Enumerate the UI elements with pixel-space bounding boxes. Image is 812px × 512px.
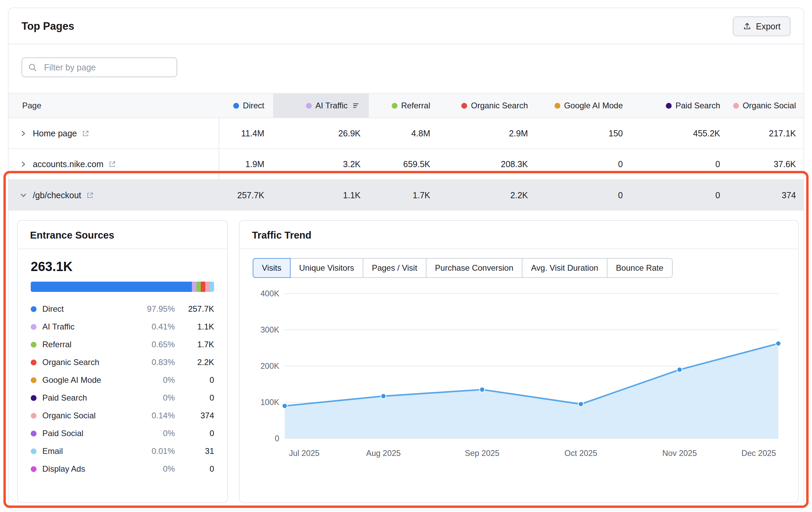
metric-value: 455.2K [623,118,720,148]
svg-text:0: 0 [275,434,279,443]
svg-text:200K: 200K [261,362,279,370]
column-header-referral[interactable]: Referral [361,94,430,118]
bar-segment-organic-search [201,282,205,292]
tab-pages-visit[interactable]: Pages / Visit [363,258,426,278]
legend-label: Email [42,446,132,456]
expanded-row-details: Entrance Sources 263.1K Direct97.95%257.… [9,211,803,503]
column-header-label: Google AI Mode [564,101,623,110]
legend-value: 0 [175,429,214,438]
channel-dot [555,103,560,109]
channel-dot [31,306,37,312]
column-header-label: Direct [243,101,264,110]
export-button[interactable]: Export [733,16,790,36]
channel-dot [31,360,37,365]
traffic-trend-card: Traffic Trend VisitsUnique VisitorsPages… [239,220,799,503]
tab-bounce-rate[interactable]: Bounce Rate [607,258,673,278]
column-header-label: AI Traffic [316,101,348,110]
channel-dot [31,395,37,401]
legend-value: 1.7K [175,340,214,349]
svg-text:400K: 400K [261,289,279,298]
channel-dot [666,103,672,109]
svg-text:Aug 2025: Aug 2025 [366,449,401,458]
legend-value: 1.1K [175,322,214,332]
column-header-organic-social[interactable]: Organic Social [720,94,796,118]
data-point [677,367,682,372]
traffic-trend-title: Traffic Trend [240,221,798,249]
external-link-icon[interactable] [108,160,116,168]
external-link-icon[interactable] [82,130,89,137]
channel-dot [306,103,312,109]
channel-dot [31,431,37,436]
data-point [578,402,584,407]
legend-percent: 0.01% [132,446,175,456]
metric-value: 0 [528,180,623,211]
metric-value: 3.2K [264,149,361,179]
column-header-ai-traffic[interactable]: AI Traffic [273,94,369,118]
row-expand-toggle[interactable] [19,130,28,137]
legend-label: Google AI Mode [42,375,132,385]
legend-item: Display Ads0%0 [31,460,214,478]
export-label: Export [756,22,781,31]
column-header-label: Organic Search [471,101,528,110]
page-cell: /gb/checkout [9,180,219,211]
channel-dot [31,466,37,472]
legend-label: AI Traffic [42,322,132,332]
channel-dot [31,413,37,419]
metric-value: 374 [720,180,796,211]
column-header-page[interactable]: Page [9,94,219,118]
tab-visits[interactable]: Visits [253,258,291,278]
svg-text:Jul 2025: Jul 2025 [289,449,320,458]
entrance-total: 263.1K [31,259,214,274]
page-link[interactable]: accounts.nike.com [33,159,103,169]
channel-dot [31,324,37,330]
search-icon [28,63,37,72]
legend-label: Referral [42,340,132,349]
legend-percent: 0.83% [132,358,175,367]
svg-text:Sep 2025: Sep 2025 [465,449,499,458]
toolbar [9,44,803,93]
data-point [776,341,781,346]
column-header-paid-search[interactable]: Paid Search [623,94,720,118]
column-header-organic-search[interactable]: Organic Search [430,94,528,118]
legend-label: Paid Social [42,429,132,438]
row-expand-toggle[interactable] [19,160,28,168]
metric-value: 0 [528,149,623,179]
row-expand-toggle[interactable] [19,191,28,199]
page-link[interactable]: Home page [33,129,77,138]
metric-value: 0 [623,149,720,179]
data-point [480,387,485,392]
svg-text:Dec 2025: Dec 2025 [741,449,776,458]
column-header-google-ai-mode[interactable]: Google AI Mode [528,94,623,118]
tab-avg-visit-duration[interactable]: Avg. Visit Duration [522,258,607,278]
filter-input[interactable] [22,57,177,77]
tab-unique-visitors[interactable]: Unique Visitors [290,258,363,278]
legend-item: Referral0.65%1.7K [31,336,214,353]
tab-purchase-conversion[interactable]: Purchase Conversion [426,258,522,278]
data-point [282,403,287,408]
traffic-trend-svg: 0100K200K300K400KJul 2025Aug 2025Sep 202… [253,287,785,463]
external-link-icon[interactable] [86,191,94,199]
entrance-sources-title: Entrance Sources [18,221,227,249]
column-header-direct[interactable]: Direct [219,94,264,118]
table-row: /gb/checkout257.7K1.1K1.7K2.2K00374 [9,180,803,211]
channel-dot [31,377,37,383]
entrance-sources-card: Entrance Sources 263.1K Direct97.95%257.… [17,220,228,503]
legend-item: Organic Search0.83%2.2K [31,353,214,371]
data-point [381,394,386,399]
channel-dot [31,342,37,348]
card-header: Top Pages Export [9,8,803,44]
legend-item: Paid Search0%0 [31,389,214,407]
page-link[interactable]: /gb/checkout [33,190,81,200]
metric-value: 2.2K [430,180,528,211]
svg-text:Nov 2025: Nov 2025 [662,449,697,458]
legend-label: Direct [42,304,132,314]
table-body: Home page11.4M26.9K4.8M2.9M150455.2K217.… [9,118,803,211]
table-row: Home page11.4M26.9K4.8M2.9M150455.2K217.… [9,118,803,149]
metric-value: 217.1K [720,118,796,148]
legend-item: Organic Social0.14%374 [31,407,214,425]
bar-segment-organic-social [205,282,210,292]
export-icon [743,22,752,31]
svg-text:100K: 100K [261,398,279,407]
legend-percent: 0% [132,429,175,438]
table-row: accounts.nike.com1.9M3.2K659.5K208.3K003… [9,149,803,180]
